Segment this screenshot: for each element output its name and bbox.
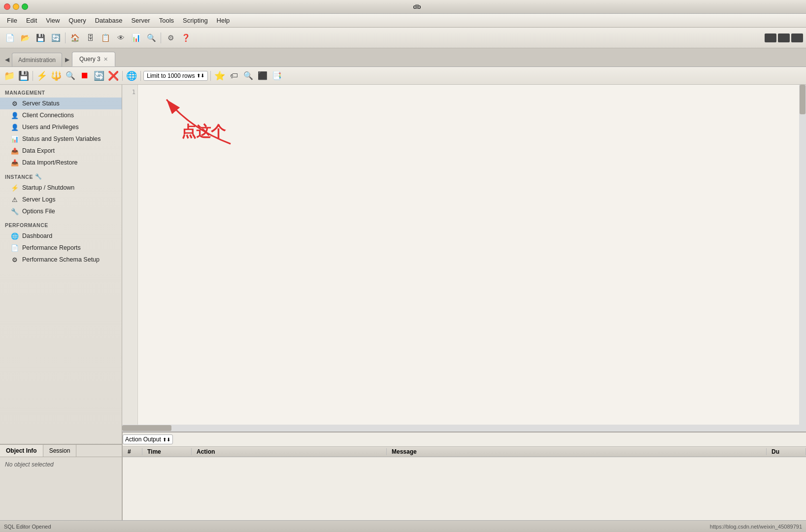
- status-bar: SQL Editor Opened https://blog.csdn.net/…: [0, 520, 806, 532]
- sidebar-item-status-variables[interactable]: 📊 Status and System Variables: [0, 133, 122, 145]
- tab-object-info[interactable]: Object Info: [0, 445, 43, 457]
- title-bar: db: [0, 0, 806, 14]
- toggle-button[interactable]: 🔄: [93, 69, 105, 82]
- database-button[interactable]: 🗄: [83, 31, 97, 45]
- section-instance-label: INSTANCE: [5, 174, 33, 180]
- stop-button[interactable]: ⏹: [78, 69, 91, 82]
- sidebar-item-data-import[interactable]: 📥 Data Import/Restore: [0, 157, 122, 168]
- sidebar-item-server-status[interactable]: ⚙ Server Status: [0, 98, 122, 109]
- limit-rows-arrow: ⬆⬇: [197, 73, 204, 78]
- save-query-button[interactable]: 💾: [17, 69, 30, 82]
- explain-button[interactable]: 🔍: [64, 69, 77, 82]
- tab-administration[interactable]: Administration: [12, 53, 62, 66]
- tab-close-icon[interactable]: ✕: [103, 56, 108, 63]
- annotation-overlay: 点这个: [152, 90, 260, 150]
- horizontal-scrollbar-thumb[interactable]: [122, 425, 171, 431]
- panel-button[interactable]: 📑: [270, 69, 283, 82]
- status-url: https://blog.csdn.net/weixin_45089791: [710, 524, 802, 530]
- sidebar-item-performance-schema[interactable]: ⚙ Performance Schema Setup: [0, 254, 122, 266]
- execute-selection-button[interactable]: 🔱: [50, 69, 63, 82]
- output-table-header: # Time Action Message Du: [123, 447, 806, 457]
- help-toolbar-button[interactable]: ❓: [179, 31, 193, 45]
- table-button[interactable]: 📋: [99, 31, 112, 45]
- view-button[interactable]: 👁: [114, 31, 128, 45]
- minimize-button[interactable]: [13, 3, 19, 10]
- sidebar-item-client-connections-label: Client Connections: [22, 112, 74, 119]
- sidebar-bottom-tabs: Object Info Session: [0, 445, 122, 457]
- tab-prev-arrow[interactable]: ◀: [2, 53, 12, 66]
- sidebar-item-users-privileges[interactable]: 👤 Users and Privileges: [0, 121, 122, 133]
- editor-area[interactable]: 1 点这个: [122, 85, 806, 432]
- no-object-text: No object selected: [5, 461, 54, 468]
- toolbar-separator-1: [65, 33, 66, 43]
- menu-file[interactable]: File: [3, 15, 21, 26]
- refresh-button[interactable]: 🔄: [49, 31, 63, 45]
- vertical-scrollbar-thumb[interactable]: [800, 85, 806, 114]
- line-numbers: 1: [122, 85, 138, 432]
- home-button[interactable]: 🏠: [68, 31, 82, 45]
- horizontal-scrollbar[interactable]: [122, 425, 799, 432]
- tab-bar: ◀ Administration ▶ Query 3 ✕: [0, 48, 806, 67]
- tab-query3[interactable]: Query 3 ✕: [72, 52, 115, 66]
- menu-help[interactable]: Help: [213, 15, 234, 26]
- tab-next-arrow[interactable]: ▶: [62, 53, 72, 66]
- new-query-button[interactable]: 📄: [3, 31, 17, 45]
- menu-database[interactable]: Database: [91, 15, 127, 26]
- section-instance: INSTANCE 🔧: [0, 168, 122, 182]
- menu-query[interactable]: Query: [65, 15, 90, 26]
- column-button[interactable]: ⬛: [256, 69, 269, 82]
- qt-separator-2: [122, 71, 123, 81]
- save-button[interactable]: 💾: [34, 31, 47, 45]
- search-button[interactable]: 🔍: [144, 31, 158, 45]
- menu-view[interactable]: View: [42, 15, 64, 26]
- schema-button[interactable]: 📊: [129, 31, 143, 45]
- sidebar-item-client-connections[interactable]: 👤 Client Connections: [0, 109, 122, 121]
- maximize-button[interactable]: [22, 3, 28, 10]
- bookmark-button[interactable]: 🏷: [228, 69, 240, 82]
- menu-server[interactable]: Server: [127, 15, 154, 26]
- star-button[interactable]: ⭐: [213, 69, 226, 82]
- instance-gear-icon: 🔧: [35, 173, 42, 180]
- sidebar-item-dashboard[interactable]: 🌐 Dashboard: [0, 230, 122, 242]
- qt-separator-3: [140, 71, 141, 81]
- settings-button[interactable]: ⚙: [164, 31, 177, 45]
- sidebar-item-startup-shutdown[interactable]: ⚡ Startup / Shutdown: [0, 182, 122, 194]
- sidebar-item-data-import-label: Data Import/Restore: [22, 159, 78, 166]
- section-performance-label: PERFORMANCE: [5, 222, 48, 228]
- limit-rows-select[interactable]: Limit to 1000 rows ⬆⬇: [143, 71, 208, 81]
- bottom-split: Action Output ⬆⬇ # Time Action Message D…: [122, 432, 806, 520]
- open-folder-button[interactable]: 📁: [3, 69, 16, 82]
- execute-button[interactable]: ⚡: [35, 69, 48, 82]
- annotation-arrow-svg: [152, 90, 260, 149]
- open-file-button[interactable]: 📂: [18, 31, 32, 45]
- status-message: SQL Editor Opened: [4, 524, 51, 530]
- line-number-1: 1: [122, 89, 135, 96]
- output-col-message: Message: [387, 448, 767, 455]
- section-management-label: MANAGEMENT: [5, 90, 45, 96]
- sidebar-item-users-privileges-label: Users and Privileges: [22, 124, 79, 131]
- connection-button[interactable]: 🌐: [125, 69, 138, 82]
- menu-scripting[interactable]: Scripting: [179, 15, 212, 26]
- layout-button-3[interactable]: [791, 33, 803, 42]
- find-button[interactable]: 🔍: [242, 69, 255, 82]
- options-file-icon: 🔧: [11, 207, 19, 215]
- cancel-button[interactable]: ❌: [107, 69, 120, 82]
- output-col-duration: Du: [767, 448, 806, 455]
- sidebar-item-performance-reports[interactable]: 📄 Performance Reports: [0, 242, 122, 254]
- menu-bar: File Edit View Query Database Server Too…: [0, 14, 806, 28]
- menu-tools[interactable]: Tools: [155, 15, 178, 26]
- close-button[interactable]: [4, 3, 10, 10]
- layout-button-1[interactable]: [765, 33, 776, 42]
- sidebar-item-data-export[interactable]: 📤 Data Export: [0, 145, 122, 157]
- sidebar-item-performance-schema-label: Performance Schema Setup: [22, 256, 100, 263]
- output-type-select[interactable]: Action Output ⬆⬇: [123, 434, 173, 444]
- performance-schema-icon: ⚙: [11, 256, 19, 264]
- main-toolbar: 📄 📂 💾 🔄 🏠 🗄 📋 👁 📊 🔍 ⚙ ❓: [0, 28, 806, 48]
- sidebar-item-server-logs[interactable]: ⚠ Server Logs: [0, 194, 122, 205]
- vertical-scrollbar[interactable]: [799, 85, 806, 432]
- sidebar-item-options-file[interactable]: 🔧 Options File: [0, 205, 122, 217]
- layout-button-2[interactable]: [778, 33, 790, 42]
- tab-session[interactable]: Session: [43, 445, 77, 457]
- menu-edit[interactable]: Edit: [22, 15, 41, 26]
- sidebar-item-server-status-label: Server Status: [22, 100, 60, 107]
